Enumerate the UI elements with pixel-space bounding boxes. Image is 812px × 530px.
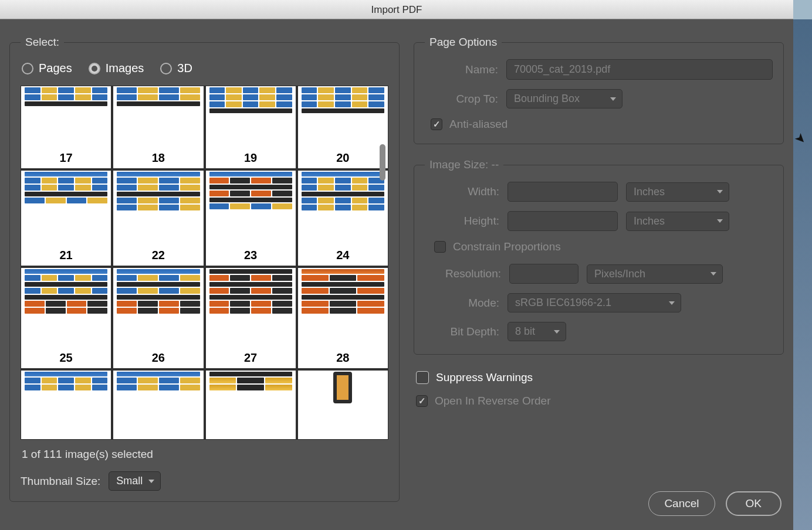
page-options-legend: Page Options bbox=[425, 36, 502, 49]
thumbnail-item[interactable]: 32 bbox=[298, 371, 388, 439]
thumbnail-number: 26 bbox=[113, 349, 203, 368]
thumbnail-scrollbar[interactable] bbox=[377, 86, 387, 440]
bit-depth-label: Bit Depth: bbox=[426, 325, 499, 338]
open-reverse-order-checkbox bbox=[416, 395, 428, 407]
radio-dot-icon bbox=[22, 63, 33, 74]
open-reverse-order-label: Open In Reverse Order bbox=[435, 395, 550, 407]
import-pdf-dialog: Import PDF Select: Pages Images 3 bbox=[0, 0, 793, 530]
thumbnail-item[interactable]: 26 bbox=[113, 268, 203, 369]
thumbnail-item[interactable]: 31 bbox=[206, 371, 296, 439]
thumbnail-number: 18 bbox=[113, 149, 203, 168]
cancel-button-label: Cancel bbox=[664, 497, 699, 509]
thumbnail-item[interactable]: 25 bbox=[21, 268, 111, 369]
select-legend: Select: bbox=[21, 36, 64, 49]
height-unit-select: Inches bbox=[626, 212, 729, 231]
radio-dot-icon bbox=[89, 63, 100, 74]
ok-button-label: OK bbox=[746, 497, 762, 509]
suppress-warnings-label: Suppress Warnings bbox=[436, 371, 533, 384]
thumbnail-item[interactable]: 18 bbox=[113, 86, 203, 168]
name-value: 70005_cat_2019.pdf bbox=[514, 63, 610, 76]
thumbnail-number: 27 bbox=[206, 349, 296, 368]
selection-status: 1 of 111 image(s) selected bbox=[22, 448, 388, 461]
page-options-fieldset: Page Options Name: 70005_cat_2019.pdf Cr… bbox=[414, 36, 784, 144]
height-unit-value: Inches bbox=[634, 215, 665, 227]
thumbnail-number: 24 bbox=[298, 246, 388, 266]
thumbnail-size-value: Small bbox=[116, 475, 143, 487]
resolution-unit-value: Pixels/Inch bbox=[594, 268, 645, 280]
crop-to-value: Bounding Box bbox=[514, 93, 580, 105]
thumbnail-number: 20 bbox=[298, 149, 388, 168]
thumbnail-item[interactable]: 17 bbox=[21, 86, 111, 168]
thumbnail-item[interactable]: 21 bbox=[21, 171, 111, 266]
mode-label: Mode: bbox=[426, 297, 499, 310]
thumbnail-number: 22 bbox=[113, 246, 203, 266]
anti-aliased-label: Anti-aliased bbox=[449, 118, 508, 131]
thumbnail-number: 25 bbox=[21, 349, 111, 368]
thumbnail-number: 23 bbox=[206, 246, 296, 266]
name-label: Name: bbox=[425, 63, 498, 76]
cancel-button[interactable]: Cancel bbox=[648, 491, 715, 516]
resolution-unit-select: Pixels/Inch bbox=[587, 264, 723, 284]
width-input bbox=[508, 182, 618, 202]
crop-to-label: Crop To: bbox=[425, 93, 498, 106]
radio-pages-label: Pages bbox=[39, 62, 72, 75]
thumbnail-item[interactable]: 24 bbox=[298, 171, 388, 266]
thumbnail-item[interactable]: 23 bbox=[206, 171, 296, 266]
thumbnail-size-label: Thumbnail Size: bbox=[21, 475, 100, 488]
image-size-fieldset: Image Size: -- Width: Inches Height: Inc… bbox=[414, 158, 784, 355]
height-label: Height: bbox=[426, 215, 499, 227]
radio-dot-icon bbox=[160, 63, 172, 74]
crop-to-select: Bounding Box bbox=[506, 89, 622, 108]
mode-value: sRGB IEC61966-2.1 bbox=[515, 297, 611, 309]
radio-3d[interactable]: 3D bbox=[160, 62, 192, 75]
radio-pages[interactable]: Pages bbox=[22, 62, 72, 75]
ok-button[interactable]: OK bbox=[726, 491, 781, 516]
constrain-proportions-checkbox bbox=[434, 241, 446, 253]
radio-images-label: Images bbox=[106, 62, 144, 75]
dialog-title: Import PDF bbox=[0, 0, 793, 19]
thumbnail-number: 21 bbox=[21, 246, 111, 266]
thumbnail-number: 17 bbox=[21, 149, 111, 168]
thumbnail-size-select[interactable]: Small bbox=[109, 471, 161, 491]
resolution-label: Resolution: bbox=[426, 267, 501, 280]
cursor-arrow-icon: ➤ bbox=[791, 129, 809, 147]
thumbnail-item[interactable]: 19 bbox=[206, 86, 296, 168]
thumbnail-item[interactable]: 28 bbox=[298, 268, 388, 369]
thumbnail-item[interactable]: 29 bbox=[21, 371, 111, 439]
mode-select: sRGB IEC61966-2.1 bbox=[508, 293, 681, 312]
resolution-input bbox=[509, 264, 578, 284]
thumbnail-item[interactable]: 20 bbox=[298, 86, 388, 168]
thumbnail-grid[interactable]: 17 18 19 20 bbox=[21, 86, 388, 440]
constrain-proportions-label: Constrain Proportions bbox=[453, 240, 561, 253]
thumbnail-item[interactable]: 30 bbox=[113, 371, 203, 439]
name-input: 70005_cat_2019.pdf bbox=[506, 59, 773, 80]
width-unit-select: Inches bbox=[626, 182, 729, 202]
thumbnail-number: 19 bbox=[206, 149, 296, 168]
radio-3d-label: 3D bbox=[177, 62, 192, 75]
background-panel-sliver: ➤ bbox=[793, 19, 812, 530]
scrollbar-thumb[interactable] bbox=[380, 144, 385, 181]
image-size-legend: Image Size: -- bbox=[425, 158, 503, 171]
bit-depth-value: 8 bit bbox=[515, 325, 535, 338]
radio-images[interactable]: Images bbox=[89, 62, 144, 75]
thumbnail-number: 28 bbox=[298, 349, 388, 368]
thumbnail-item[interactable]: 22 bbox=[113, 171, 203, 266]
width-label: Width: bbox=[426, 185, 499, 198]
suppress-warnings-checkbox[interactable] bbox=[416, 371, 429, 384]
anti-aliased-checkbox bbox=[431, 118, 442, 130]
select-fieldset: Select: Pages Images 3D bbox=[9, 36, 400, 502]
width-unit-value: Inches bbox=[634, 186, 665, 198]
height-input bbox=[508, 211, 618, 231]
bit-depth-select: 8 bit bbox=[508, 322, 566, 341]
thumbnail-item[interactable]: 27 bbox=[206, 268, 296, 369]
